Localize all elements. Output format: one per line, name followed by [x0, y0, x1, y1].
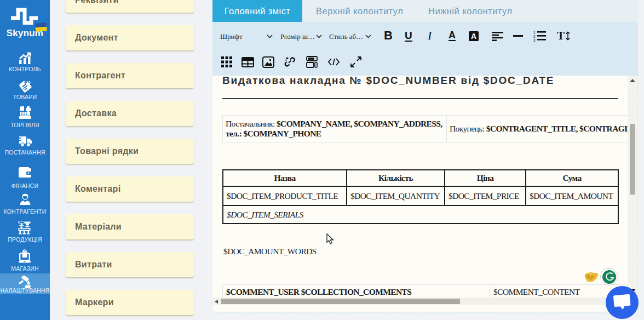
svg-text:3: 3	[533, 38, 536, 42]
svg-text:2: 2	[533, 35, 536, 38]
svg-text:1: 1	[533, 31, 536, 35]
